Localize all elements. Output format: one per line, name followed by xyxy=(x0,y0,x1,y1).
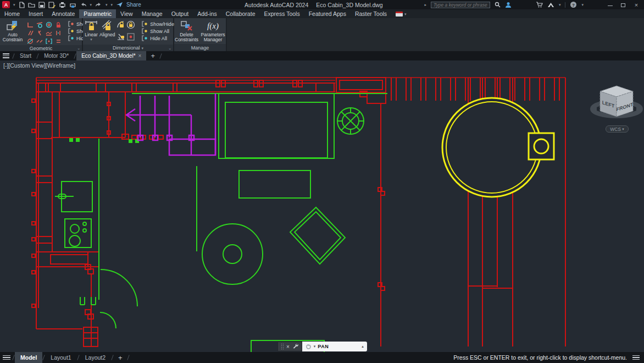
concentric-constraint-icon[interactable] xyxy=(44,20,53,29)
close-button[interactable]: × xyxy=(632,2,641,8)
svg-text:?: ? xyxy=(573,3,575,8)
tab-view[interactable]: View xyxy=(116,9,137,18)
delete-constraints-button[interactable]: Delete Constraints xyxy=(175,19,199,42)
redo-caret-icon[interactable]: ▾ xyxy=(106,3,108,7)
tab-add-ins[interactable]: Add-ins xyxy=(193,9,221,18)
tab-manage[interactable]: Manage xyxy=(137,9,167,18)
dimensional-expander-icon[interactable]: ⌄ xyxy=(168,46,171,51)
command-line-close-icon[interactable]: × xyxy=(286,344,290,350)
dimensional-show-hide-button[interactable]: Show/Hide xyxy=(142,21,174,27)
dimensional-hide-all-button[interactable]: Hide All xyxy=(142,35,174,41)
tab-home[interactable]: Home xyxy=(0,9,24,18)
file-tab-eco-cabin[interactable]: Eco Cabin_3D Model*× xyxy=(76,51,146,61)
save-icon[interactable] xyxy=(38,2,45,8)
manage-panel-title[interactable]: Manage xyxy=(174,44,226,51)
fix-constraint-icon[interactable] xyxy=(53,20,63,29)
new-drawing-tab-button[interactable]: + xyxy=(146,52,159,60)
aligned-constraint-button[interactable]: Aligned xyxy=(99,19,115,37)
command-history-caret-icon[interactable]: ▾ xyxy=(314,344,316,349)
layout1-tab[interactable]: Layout1 xyxy=(45,352,76,363)
tab-output[interactable]: Output xyxy=(167,9,193,18)
layout2-tab[interactable]: Layout2 xyxy=(80,352,111,363)
linear-constraint-button[interactable]: Linear ▾ xyxy=(85,19,98,41)
new-file-icon[interactable] xyxy=(19,2,25,8)
plot-icon[interactable] xyxy=(59,2,66,8)
drawing-canvas[interactable]: [-][Custom View][Wireframe] xyxy=(0,61,644,352)
file-tabs-menu-icon[interactable] xyxy=(0,51,12,61)
autodesk-logo-icon[interactable] xyxy=(547,2,554,8)
qat-customize-caret-icon[interactable]: ▾ xyxy=(111,3,113,7)
equal-constraint-icon[interactable] xyxy=(53,37,63,45)
parameters-manager-button[interactable]: f(x) Parameters Manager xyxy=(201,19,226,42)
stairs-magenta[interactable] xyxy=(126,94,215,155)
undo-caret-icon[interactable]: ▾ xyxy=(90,3,92,7)
tangent-constraint-icon[interactable] xyxy=(35,20,44,29)
new-layout-button[interactable]: + xyxy=(114,354,127,362)
minimize-button[interactable] xyxy=(606,2,614,8)
wcs-dropdown[interactable]: WCS▾ xyxy=(606,125,629,133)
angular-constraint-icon[interactable] xyxy=(116,32,126,45)
undo-icon[interactable] xyxy=(80,2,87,8)
model-tab[interactable]: Model xyxy=(15,352,42,363)
customize-wrench-icon[interactable] xyxy=(292,342,299,351)
search-expand-caret-icon[interactable]: ▸ xyxy=(424,3,426,7)
tab-insert[interactable]: Insert xyxy=(24,9,47,18)
tab-parametric[interactable]: Parametric xyxy=(79,9,116,18)
app-store-cart-icon[interactable] xyxy=(536,2,543,8)
cad-drawing[interactable] xyxy=(0,61,644,352)
collinear-constraint-icon[interactable] xyxy=(35,37,44,45)
help-caret-icon[interactable]: ▾ xyxy=(581,3,584,7)
viewport-controls[interactable]: [-][Custom View][Wireframe] xyxy=(3,62,75,69)
ribbon-display-toggle[interactable]: ▾ xyxy=(396,12,407,16)
geometric-expander-icon[interactable]: ⌄ xyxy=(77,46,80,51)
dimensional-panel-title[interactable]: Dimensional▾⌄ xyxy=(83,45,173,51)
coincident-constraint-icon[interactable] xyxy=(25,37,35,45)
convert-constraint-icon[interactable] xyxy=(126,32,136,45)
smooth-constraint-icon[interactable] xyxy=(44,29,53,37)
sign-in-user-icon[interactable] xyxy=(505,2,512,8)
radius-constraint-icon[interactable] xyxy=(116,20,126,32)
file-tab-start[interactable]: Start xyxy=(15,51,36,61)
diameter-constraint-icon[interactable] xyxy=(126,20,136,32)
auto-constrain-button[interactable]: Auto Constrain xyxy=(2,19,24,42)
restore-button[interactable] xyxy=(619,2,628,8)
dimensional-flyout-caret-icon[interactable]: ▾ xyxy=(142,46,144,50)
app-menu-caret-icon[interactable]: ▾ xyxy=(13,3,15,7)
kitchen-sink xyxy=(55,182,92,212)
autodesk-menu-caret-icon[interactable]: ▾ xyxy=(559,3,561,7)
layout-menu-icon[interactable] xyxy=(0,353,12,362)
tab-featured-apps[interactable]: Featured Apps xyxy=(304,9,351,18)
redo-icon[interactable] xyxy=(95,2,102,8)
dimensional-show-all-button[interactable]: Show All xyxy=(142,28,174,34)
share-button[interactable]: Share xyxy=(126,2,141,8)
vertical-constraint-icon[interactable] xyxy=(35,29,44,37)
print-preview-icon[interactable] xyxy=(69,2,76,8)
tab-raster-tools[interactable]: Raster Tools xyxy=(351,9,391,18)
tab-collaborate[interactable]: Collaborate xyxy=(221,9,260,18)
parallel-constraint-icon[interactable] xyxy=(25,29,35,37)
autocad-app-menu-icon[interactable]: A xyxy=(2,1,10,8)
furniture-green[interactable] xyxy=(55,94,387,352)
open-folder-icon[interactable] xyxy=(28,2,35,8)
command-line-grip[interactable] xyxy=(281,343,284,350)
command-input[interactable]: ▾ PAN ▴ xyxy=(302,342,367,351)
symmetric-constraint-icon[interactable] xyxy=(53,29,63,37)
command-expand-caret-icon[interactable]: ▴ xyxy=(362,344,364,349)
hot-tub-yellow[interactable] xyxy=(442,98,554,197)
round-rug xyxy=(202,224,263,284)
file-tab-close-icon[interactable]: × xyxy=(138,53,142,59)
quick-access-toolbar: A ▾ ▾ ▾ ▾ Share xyxy=(0,1,141,8)
search-icon[interactable] xyxy=(495,2,501,8)
file-tab-motor-3d[interactable]: Motor 3D* xyxy=(39,51,74,61)
equal-bracket-constraint-icon[interactable] xyxy=(44,37,53,45)
tab-annotate[interactable]: Annotate xyxy=(47,9,79,18)
aligned-dimension-icon xyxy=(101,19,114,32)
save-as-icon[interactable] xyxy=(48,2,55,8)
search-input[interactable] xyxy=(431,2,490,8)
tab-express-tools[interactable]: Express Tools xyxy=(259,9,304,18)
help-icon[interactable]: ? xyxy=(570,1,577,8)
perpendicular-constraint-icon[interactable] xyxy=(25,20,35,29)
share-plane-icon[interactable] xyxy=(116,2,123,8)
customization-menu-icon[interactable] xyxy=(632,354,640,361)
geometric-panel-title[interactable]: Geometric⌄ xyxy=(0,45,82,51)
